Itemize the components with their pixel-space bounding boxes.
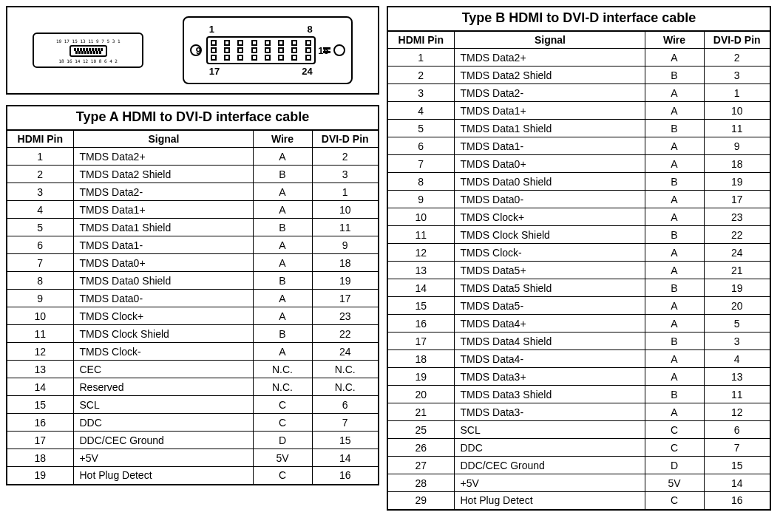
cell-wire: C	[253, 467, 312, 485]
cell-signal: TMDS Data0-	[454, 191, 645, 208]
cell-hdmi: 27	[387, 457, 454, 474]
cell-hdmi: 17	[387, 332, 454, 350]
table-row: 16TMDS Data4+A5	[387, 315, 770, 332]
cell-signal: CEC	[73, 361, 253, 378]
cell-wire: B	[253, 219, 312, 236]
cell-hdmi: 14	[387, 279, 454, 297]
cell-dvi: 13	[704, 368, 770, 386]
cell-hdmi: 9	[7, 290, 73, 307]
cell-signal: TMDS Data2+	[73, 148, 253, 166]
table-row: 15TMDS Data5-A20	[387, 297, 770, 315]
cell-dvi: 24	[312, 343, 379, 361]
cell-signal: TMDS Data1-	[73, 236, 253, 254]
hdmi-connector-icon: 19 17 15 13 11 9 7 5 3 1 18 16 14 12 10 …	[33, 33, 143, 68]
cell-signal: TMDS Clock Shield	[73, 325, 253, 343]
cell-dvi: 6	[312, 396, 379, 414]
cell-hdmi: 10	[7, 307, 73, 325]
cell-hdmi: 21	[387, 403, 454, 421]
cell-dvi: 11	[704, 386, 770, 403]
cell-signal: TMDS Data0+	[73, 254, 253, 272]
table-row: 7TMDS Data0+A18	[7, 254, 379, 272]
cell-hdmi: 28	[387, 474, 454, 492]
cell-hdmi: 6	[387, 137, 454, 155]
cell-signal: TMDS Data3+	[454, 368, 645, 386]
table-row: 14ReservedN.C.N.C.	[7, 378, 379, 396]
cell-hdmi: 12	[7, 343, 73, 361]
col-header-dvi: DVI-D Pin	[704, 31, 770, 49]
cell-dvi: N.C.	[312, 361, 379, 378]
table-row: 15SCLC6	[7, 396, 379, 414]
cell-dvi: 1	[704, 84, 770, 102]
cell-hdmi: 26	[387, 439, 454, 457]
cell-dvi: 10	[312, 201, 379, 219]
table-row: 12TMDS Clock-A24	[7, 343, 379, 361]
cell-signal: DDC/CEC Ground	[73, 432, 253, 449]
cell-dvi: 19	[312, 272, 379, 290]
cell-dvi: 7	[704, 439, 770, 457]
cell-signal: TMDS Data5+	[454, 262, 645, 279]
cell-signal: DDC	[454, 439, 645, 457]
cell-dvi: 14	[704, 474, 770, 492]
cell-wire: A	[253, 236, 312, 254]
table-row: 1TMDS Data2+A2	[7, 148, 379, 166]
dvi-label: 1	[209, 24, 214, 35]
hdmi-pin-numbers-bottom: 18 16 14 12 10 8 6 4 2	[59, 58, 118, 64]
cell-hdmi: 20	[387, 386, 454, 403]
type-a-table: Type A HDMI to DVI-D interface cable HDM…	[6, 105, 379, 485]
table-row: 2TMDS Data2 ShieldB3	[7, 166, 379, 183]
cell-dvi: 20	[704, 297, 770, 315]
cell-dvi: 7	[312, 414, 379, 432]
cell-signal: TMDS Data5 Shield	[454, 279, 645, 297]
cell-wire: B	[645, 279, 704, 297]
cell-dvi: 10	[704, 102, 770, 120]
cell-hdmi: 16	[387, 315, 454, 332]
cell-dvi: 21	[704, 262, 770, 279]
col-header-hdmi: HDMI Pin	[387, 31, 454, 49]
cell-signal: Hot Plug Detect	[73, 467, 253, 485]
col-header-wire: Wire	[645, 31, 704, 49]
cell-wire: A	[645, 84, 704, 102]
screw-icon	[333, 44, 345, 56]
cell-wire: B	[253, 272, 312, 290]
table-row: 8TMDS Data0 ShieldB19	[7, 272, 379, 290]
cell-dvi: 9	[312, 236, 379, 254]
cell-wire: N.C.	[253, 361, 312, 378]
table-row: 20TMDS Data3 ShieldB11	[387, 386, 770, 403]
hdmi-pin-numbers-top: 19 17 15 13 11 9 7 5 3 1	[56, 38, 121, 44]
cell-hdmi: 2	[387, 66, 454, 84]
cell-signal: TMDS Data2+	[454, 49, 645, 66]
cell-signal: TMDS Data1 Shield	[454, 120, 645, 137]
cell-wire: A	[645, 403, 704, 421]
cell-wire: A	[253, 290, 312, 307]
cell-dvi: 11	[312, 219, 379, 236]
cell-signal: TMDS Data2 Shield	[73, 166, 253, 183]
cell-hdmi: 5	[7, 219, 73, 236]
cell-wire: A	[645, 155, 704, 173]
cell-dvi: N.C.	[312, 378, 379, 396]
dvi-label: 9	[196, 45, 201, 56]
cell-wire: B	[645, 66, 704, 84]
cell-signal: TMDS Data3-	[454, 403, 645, 421]
cell-wire: C	[645, 421, 704, 439]
table-row: 17TMDS Data4 ShieldB3	[387, 332, 770, 350]
cell-wire: 5V	[253, 449, 312, 467]
cell-signal: TMDS Data4-	[454, 350, 645, 368]
cell-signal: Hot Plug Detect	[454, 492, 645, 510]
dvi-label: 16	[318, 45, 328, 56]
table-row: 4TMDS Data1+A10	[7, 201, 379, 219]
cell-hdmi: 11	[7, 325, 73, 343]
cell-wire: A	[253, 307, 312, 325]
cell-wire: B	[645, 386, 704, 403]
cell-signal: TMDS Data1+	[454, 102, 645, 120]
cell-hdmi: 6	[7, 236, 73, 254]
cell-hdmi: 25	[387, 421, 454, 439]
cell-dvi: 18	[312, 254, 379, 272]
cell-hdmi: 14	[7, 378, 73, 396]
cell-dvi: 2	[704, 49, 770, 66]
cell-dvi: 23	[312, 307, 379, 325]
cell-dvi: 3	[312, 166, 379, 183]
cell-dvi: 17	[704, 191, 770, 208]
cell-signal: TMDS Data1+	[73, 201, 253, 219]
cell-hdmi: 17	[7, 432, 73, 449]
cell-hdmi: 8	[7, 272, 73, 290]
